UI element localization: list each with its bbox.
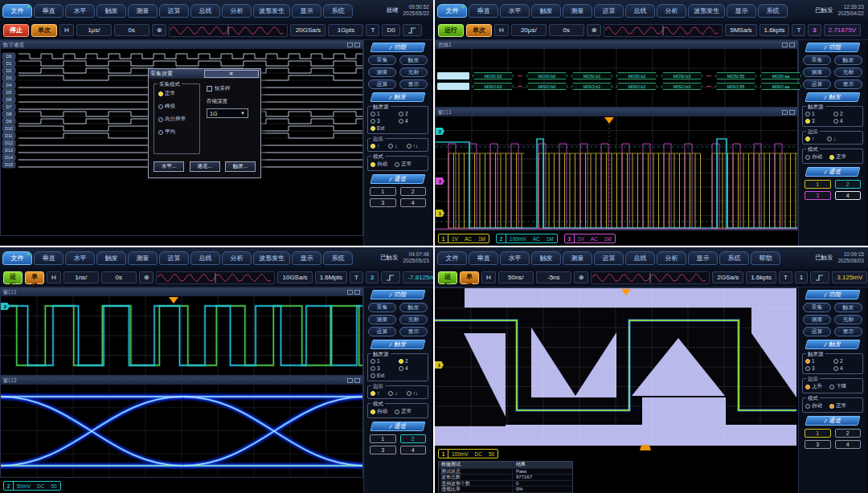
menu-item[interactable]: 运算 bbox=[594, 4, 624, 18]
minimize-icon[interactable] bbox=[347, 290, 353, 295]
channel-tab[interactable]: 通道 bbox=[371, 422, 426, 431]
function-button[interactable]: 采集 bbox=[803, 55, 831, 65]
menu-item[interactable]: 垂直 bbox=[34, 251, 63, 265]
close-icon[interactable] bbox=[354, 43, 360, 47]
channel-button[interactable]: 2 bbox=[835, 429, 862, 438]
function-button[interactable]: 运算 bbox=[803, 79, 831, 89]
dialog-title-bar[interactable]: 采集设置 ✕ bbox=[149, 69, 260, 79]
horizontal-button[interactable]: H bbox=[494, 24, 509, 36]
function-button[interactable]: 采集 bbox=[803, 303, 831, 312]
timebase-box[interactable]: 1ns/ bbox=[63, 271, 99, 283]
menu-item[interactable]: 垂直 bbox=[469, 4, 498, 18]
function-button[interactable]: 显示 bbox=[399, 79, 428, 89]
acquire-mode-radio[interactable]: 峰值 bbox=[158, 103, 195, 110]
channel-button[interactable]: 1 bbox=[370, 187, 396, 196]
edge-radio[interactable]: ↑ bbox=[805, 136, 825, 141]
channel-tab[interactable]: 通道 bbox=[805, 416, 861, 426]
mode-radio[interactable]: 自动 bbox=[805, 402, 828, 409]
channel-button[interactable]: 2 bbox=[400, 434, 427, 443]
channel-button[interactable]: 3 bbox=[805, 440, 831, 449]
trigger-source-box[interactable]: 1 bbox=[795, 271, 808, 283]
edge-radio[interactable]: 上升 bbox=[805, 383, 828, 390]
single-button[interactable]: 单次 bbox=[466, 24, 492, 37]
menu-item[interactable]: 总线 bbox=[190, 4, 220, 18]
channel-tab[interactable]: 通道 bbox=[805, 167, 861, 177]
menu-item[interactable]: 文件 bbox=[2, 4, 32, 18]
dialog-close-icon[interactable]: ✕ bbox=[204, 70, 260, 78]
close-icon[interactable] bbox=[789, 110, 795, 115]
mode-radio[interactable]: 自动 bbox=[805, 153, 828, 161]
offset-box[interactable]: -5ns bbox=[536, 271, 571, 283]
trigger-source-radio[interactable]: 4 bbox=[399, 118, 425, 124]
run-stop-button[interactable]: 运行 bbox=[3, 271, 23, 284]
channel-button[interactable]: 1 bbox=[370, 434, 396, 443]
menu-item[interactable]: 系统 bbox=[323, 4, 353, 18]
trigger-tab[interactable]: 触发 bbox=[371, 92, 426, 102]
menu-item[interactable]: 分析 bbox=[657, 4, 686, 18]
edge-radio[interactable]: ↑ bbox=[371, 143, 387, 149]
trigger-source-radio[interactable]: 1 bbox=[371, 358, 397, 364]
bus-packet[interactable]: MISO:b0 bbox=[526, 83, 567, 90]
bus-packet[interactable]: MOSI:03 bbox=[473, 72, 514, 79]
edge-radio[interactable]: ↑ bbox=[371, 390, 387, 396]
channel-button[interactable]: 2 bbox=[400, 187, 427, 196]
menu-item[interactable]: 测量 bbox=[128, 4, 158, 18]
trigger-source-radio[interactable]: 4 bbox=[833, 118, 860, 124]
dialog-button[interactable]: 水平... bbox=[154, 161, 184, 172]
trigger-t-box[interactable]: T bbox=[792, 24, 805, 36]
trigger-slope-icon[interactable] bbox=[810, 271, 829, 283]
trigger-source-radio[interactable]: 2 bbox=[833, 111, 860, 116]
channel-button[interactable]: 4 bbox=[400, 198, 427, 207]
function-button[interactable]: 运算 bbox=[803, 327, 831, 336]
trigger-source-radio[interactable]: 3 bbox=[371, 118, 397, 124]
menu-item[interactable]: 系统 bbox=[758, 4, 788, 18]
bus-packet[interactable]: MOSI:aa bbox=[760, 72, 801, 79]
zoom-in-icon[interactable]: ⊕ bbox=[587, 24, 602, 36]
trigger-tab[interactable]: 触发 bbox=[371, 340, 426, 349]
trigger-t-box[interactable]: T bbox=[366, 24, 379, 36]
trigger-t-box[interactable]: T bbox=[779, 271, 792, 283]
edge-radio[interactable]: ↓ bbox=[388, 390, 404, 396]
menu-item[interactable]: 波形发生 bbox=[253, 4, 290, 18]
trigger-source-box[interactable]: 3 bbox=[808, 24, 821, 36]
trigger-source-radio[interactable]: 3 bbox=[805, 365, 832, 371]
fast-acquire-checkbox[interactable]: 快采样 bbox=[207, 85, 248, 92]
menu-item[interactable]: 帮助 bbox=[751, 251, 780, 265]
edge-radio[interactable]: ↓ bbox=[388, 143, 404, 149]
channel-badge[interactable]: 250mVDC50 bbox=[3, 481, 61, 491]
menu-item[interactable]: 测量 bbox=[128, 251, 158, 265]
trigger-t-box[interactable]: T bbox=[350, 271, 363, 283]
menu-item[interactable]: 分析 bbox=[222, 4, 252, 18]
trigger-source-radio[interactable]: Ext bbox=[371, 373, 397, 378]
channel-button[interactable]: 3 bbox=[370, 198, 396, 207]
close-icon[interactable] bbox=[354, 290, 360, 295]
memory-depth-select[interactable]: 1G▼ bbox=[207, 108, 248, 118]
bus-packet[interactable]: MOSI:b3 bbox=[661, 72, 702, 79]
menu-item[interactable]: 运算 bbox=[159, 251, 189, 265]
bus-packet[interactable]: MISO:b3 bbox=[661, 83, 702, 90]
trigger-source-radio[interactable]: 1 bbox=[805, 111, 832, 116]
zoom-in-icon[interactable]: ⊕ bbox=[139, 271, 154, 283]
function-button[interactable]: 采集 bbox=[368, 55, 396, 65]
function-button[interactable]: 测量 bbox=[368, 315, 396, 324]
trigger-source-radio[interactable]: 3 bbox=[805, 118, 832, 124]
timebase-box[interactable]: 1μs/ bbox=[76, 24, 112, 36]
function-button[interactable]: 采集 bbox=[368, 303, 396, 312]
function-button[interactable]: 触发 bbox=[399, 303, 428, 312]
menu-item[interactable]: 垂直 bbox=[469, 251, 498, 265]
menu-item[interactable]: 水平 bbox=[500, 251, 530, 265]
edge-radio[interactable]: ↓ bbox=[827, 136, 847, 141]
function-button[interactable]: 光标 bbox=[834, 67, 862, 77]
edge-radio[interactable]: ↑↓ bbox=[407, 143, 426, 149]
trigger-source-radio[interactable]: 4 bbox=[399, 365, 425, 371]
run-stop-button[interactable]: 运行 bbox=[438, 271, 457, 284]
bus-packet[interactable]: MOSI:b0 bbox=[526, 72, 567, 79]
bus-packet[interactable]: MOSI:b2 bbox=[616, 72, 657, 79]
horizontal-button[interactable]: H bbox=[47, 271, 61, 283]
channel-tab[interactable]: 通道 bbox=[371, 174, 426, 184]
menu-item[interactable]: 水平 bbox=[65, 251, 95, 265]
edge-radio[interactable]: 下降 bbox=[829, 383, 852, 390]
single-button[interactable]: 单次 bbox=[460, 271, 479, 284]
menu-item[interactable]: 波形发生 bbox=[253, 251, 290, 265]
menu-item[interactable]: 运算 bbox=[594, 251, 624, 265]
